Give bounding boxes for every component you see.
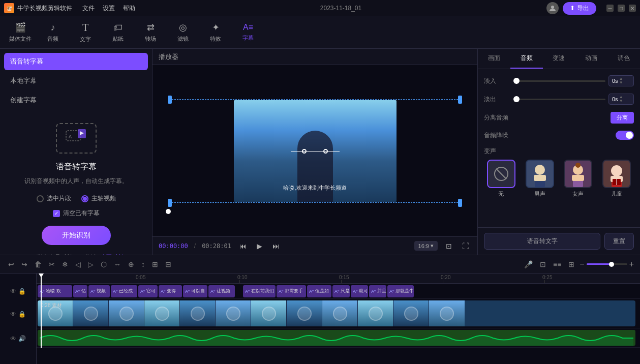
zoom-out-button[interactable]: −	[580, 260, 584, 269]
audio-separate-button[interactable]: ↕	[139, 258, 147, 270]
subtitle-chip-4[interactable]: Aᵉ它可	[138, 285, 158, 297]
bezier-handle-2[interactable]	[323, 149, 328, 154]
minimize-button[interactable]: ─	[606, 5, 614, 12]
audio-vol-icon[interactable]: 🔊	[18, 335, 26, 342]
split-button[interactable]: ✂	[47, 258, 57, 270]
start-recognize-button[interactable]: 开始识别	[42, 226, 111, 245]
add-button[interactable]: ⊕	[126, 258, 136, 270]
subtitle-chip-12[interactable]: Aᵉ就可	[351, 285, 368, 297]
voice-option-female[interactable]: 女声	[561, 160, 596, 198]
tab-audio[interactable]: 音频	[510, 49, 543, 69]
denoise-toggle[interactable]	[616, 131, 634, 140]
subtitle-chip-9[interactable]: Aᵉ都需要手	[277, 285, 306, 297]
track-toggle-button[interactable]: ⊡	[538, 258, 548, 270]
clear-existing-checkbox[interactable]: ✓	[53, 210, 60, 217]
eye-icon[interactable]: 👁	[10, 288, 16, 295]
menu-file[interactable]: 文件	[82, 4, 95, 13]
subtitle-chip-10[interactable]: Aᵉ但是如	[307, 285, 331, 297]
fade-in-thumb[interactable]	[513, 78, 520, 84]
fullscreen-button[interactable]: ⛶	[460, 241, 471, 251]
fade-out-thumb[interactable]	[513, 96, 520, 102]
menu-help[interactable]: 帮助	[123, 4, 135, 13]
play-button[interactable]: ▶	[255, 241, 264, 251]
reset-button[interactable]: 重置	[604, 233, 634, 250]
freeze-button[interactable]: ❄	[60, 258, 70, 270]
option-main[interactable]: 主轴视频	[81, 194, 116, 203]
close-button[interactable]: ✕	[629, 5, 636, 12]
tab-speed[interactable]: 变速	[543, 49, 575, 69]
fade-in-down[interactable]: ▼	[619, 81, 623, 85]
subtitle-lock-icon[interactable]: 🔒	[18, 288, 26, 295]
subtitle-chip-3[interactable]: Aᵉ已经成	[111, 285, 137, 297]
fade-out-slider[interactable]	[514, 99, 605, 100]
zoom-slider[interactable]	[587, 263, 627, 265]
mic-button[interactable]: 🎤	[522, 258, 535, 270]
export-button[interactable]: ⬆ 导出	[563, 2, 596, 15]
video-track-content[interactable]: 0:28 素材	[38, 300, 635, 326]
fade-in-input[interactable]: 0s ▲ ▼	[608, 75, 634, 86]
tab-create-subtitle[interactable]: 创建字幕	[4, 92, 148, 109]
fade-out-down[interactable]: ▼	[619, 99, 623, 103]
subtitle-chip-8[interactable]: Aᵉ在以前我们	[243, 285, 276, 297]
handle-bottom-left[interactable]	[168, 199, 172, 207]
handle-left[interactable]	[168, 96, 172, 104]
menu-settings[interactable]: 设置	[103, 4, 115, 13]
zoom-in-button[interactable]: +	[629, 260, 634, 269]
separate-audio-button[interactable]: 分离	[611, 112, 634, 124]
handle-right[interactable]	[458, 96, 462, 104]
tab-speech-to-subtitle[interactable]: 语音转字幕	[4, 53, 148, 70]
tool-sticker[interactable]: 🏷 贴纸	[104, 19, 132, 46]
video-eye-icon[interactable]: 👁	[10, 311, 16, 318]
subtitle-chip-6[interactable]: Aᵉ可以自	[183, 285, 207, 297]
bezier-handle-1[interactable]	[302, 149, 307, 154]
ratio-button[interactable]: 16:9 ▾	[414, 241, 438, 251]
tool-filter[interactable]: ◎ 滤镜	[169, 19, 197, 46]
video-lock-icon[interactable]: 🔒	[18, 311, 26, 318]
option-clip[interactable]: 选中片段	[37, 194, 71, 203]
voice-option-child[interactable]: 儿童	[599, 160, 634, 198]
stretch-button[interactable]: ↔	[112, 258, 123, 270]
crop-tl-button[interactable]: ⬡	[99, 258, 109, 270]
grid-button[interactable]: ⊞	[150, 258, 160, 270]
speech-to-text-button[interactable]: 语音转文字	[484, 233, 600, 250]
zoom-thumb[interactable]	[609, 262, 614, 267]
subtitle-chip-7[interactable]: Aᵉ让视频	[208, 285, 235, 297]
tab-animation[interactable]: 动画	[575, 49, 607, 69]
handle-bottom-right[interactable]	[458, 199, 462, 207]
tab-color[interactable]: 调色	[607, 49, 640, 69]
prev-button[interactable]: ◁	[73, 258, 83, 270]
audio-eye-icon[interactable]: 👁	[10, 335, 16, 342]
audio-waveform[interactable]	[38, 330, 635, 346]
voice-option-male[interactable]: 男声	[523, 160, 557, 198]
tool-text[interactable]: T 文字	[71, 19, 100, 46]
voice-option-none[interactable]: 无	[484, 160, 519, 198]
next-frame-button[interactable]: ⏭	[270, 241, 282, 251]
subtitle-chip-14[interactable]: Aᵉ那就是牛	[387, 285, 414, 297]
next-button[interactable]: ▷	[86, 258, 96, 270]
redo-button[interactable]: ↪	[19, 258, 29, 270]
subtitle-chip-0[interactable]: Aᵉ哈喽 欢	[38, 285, 72, 297]
user-avatar[interactable]	[546, 2, 559, 14]
fade-out-input[interactable]: 0s ▲ ▼	[608, 94, 634, 105]
minus-button[interactable]: ⊟	[163, 258, 173, 270]
subtitle-chip-2[interactable]: Aᵉ视频	[88, 285, 110, 297]
tool-transition[interactable]: ⇄ 转场	[136, 19, 165, 46]
crop-button[interactable]: ⊡	[444, 241, 454, 251]
undo-button[interactable]: ↩	[6, 258, 16, 270]
tool-subtitle[interactable]: A≡ 字幕	[234, 19, 262, 46]
maximize-button[interactable]: □	[618, 5, 625, 12]
tab-picture[interactable]: 画面	[478, 49, 510, 69]
tool-media[interactable]: 🎬 媒体文件	[6, 19, 35, 46]
prev-frame-button[interactable]: ⏮	[237, 241, 249, 251]
subtitle-chip-11[interactable]: Aᵉ只是	[332, 285, 350, 297]
fade-in-slider[interactable]	[514, 80, 605, 82]
track-expand-button[interactable]: ⊞	[566, 258, 576, 270]
subtitle-chip-13[interactable]: Aᵉ并且	[369, 285, 386, 297]
tool-effect[interactable]: ✦ 特效	[201, 19, 230, 46]
timeline-main[interactable]: 0:05 0:10 0:15 0:20	[37, 274, 640, 364]
tool-audio[interactable]: ♪ 音频	[39, 19, 67, 46]
subtitle-chip-1[interactable]: Aᵉ亿	[73, 285, 87, 297]
subtitle-chip-5[interactable]: Aᵉ变得	[159, 285, 182, 297]
tab-local-subtitle[interactable]: 本地字幕	[4, 72, 148, 89]
delete-button[interactable]: 🗑	[33, 258, 44, 270]
